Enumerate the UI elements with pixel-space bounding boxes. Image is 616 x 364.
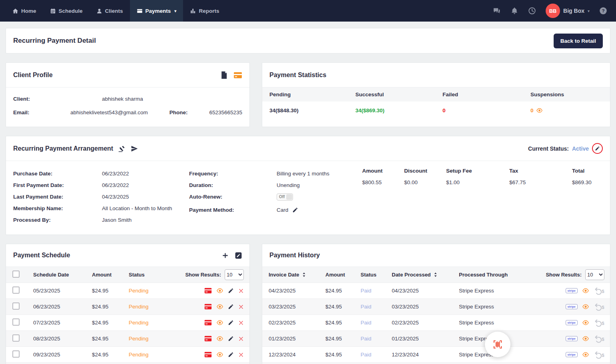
gavel-icon[interactable] [118,145,126,152]
schedule-status: Pending [129,352,177,358]
history-row: 02/23/2025$24.95Paid02/23/2025Stripe Exp… [262,314,610,330]
row-checkbox[interactable] [12,286,20,294]
delete-icon[interactable] [238,320,244,326]
row-checkbox[interactable] [12,302,20,310]
history-col-amount: Amount [325,272,361,278]
sort-date-processed-icon[interactable] [434,272,437,277]
schedule-row: 05/23/2025$24.95Pending [6,282,249,298]
view-icon[interactable] [216,288,223,293]
view-icon[interactable] [582,320,589,325]
schedule-col-amount: Amount [92,272,129,278]
row-checkbox[interactable] [12,318,20,326]
arrangement-field: Membership Name:All Location - Month to … [13,203,189,214]
arrangement-card: Recurring Payment Arrangement Current St… [6,136,610,235]
view-icon[interactable] [582,352,589,357]
select-all-checkbox[interactable] [12,271,20,278]
stats-suspensions-value: 0 [530,107,534,113]
charge-card-icon[interactable] [204,352,212,358]
charge-card-icon[interactable] [204,288,212,294]
view-icon[interactable] [216,336,223,341]
refund-icon[interactable]: $ [594,287,604,295]
invoice-date: 03/23/2025 [269,304,325,310]
current-status-value[interactable]: Active [572,145,589,152]
view-icon[interactable] [216,304,223,309]
payment-schedule-card: Payment Schedule Schedule Date Amount St… [6,244,250,364]
notifications-bell-icon[interactable] [510,7,518,15]
send-icon[interactable] [131,145,138,152]
pricing-discount: $0.00 [404,179,446,185]
edit-status-icon[interactable] [592,143,603,154]
toggle-knob [286,194,292,200]
nav-item-schedule[interactable]: Schedule [43,0,90,22]
schedule-amount: $24.95 [92,288,129,294]
date-processed: 02/23/2025 [392,320,459,326]
edit-icon[interactable] [228,352,234,358]
delete-icon[interactable] [238,352,244,358]
refund-icon[interactable]: $ [594,303,604,311]
refund-icon[interactable]: $ [594,335,604,343]
view-icon[interactable] [582,336,589,341]
edit-payment-method-icon[interactable] [292,207,298,213]
refund-icon[interactable]: $ [594,351,604,359]
refund-icon[interactable]: $ [594,319,604,327]
back-to-retail-button[interactable]: Back to Retail [554,34,603,48]
schedule-amount: $24.95 [92,336,129,342]
payment-method-label: Payment Method: [189,207,277,213]
stats-failed-value: 0 [443,107,530,113]
view-icon[interactable] [216,352,223,357]
nav-item-payments[interactable]: Payments ▾ [130,0,183,22]
barcode-scan-button[interactable] [485,332,510,357]
client-card-icon[interactable] [233,72,242,79]
schedule-date: 06/23/2025 [33,304,92,310]
processed-through: Stripe Express [459,288,539,294]
duration-value: Unending [277,182,300,188]
frequency-value: Billing every 1 months [277,171,329,177]
client-notes-icon[interactable] [221,71,227,79]
show-results-label: Show Results: [185,272,221,278]
charge-card-icon[interactable] [204,320,212,326]
messages-icon[interactable] [493,7,501,15]
email-label: Email: [13,109,70,115]
user-menu[interactable]: BB Big Box ▾ [546,4,590,18]
bulk-edit-icon[interactable] [235,252,242,259]
charge-card-icon[interactable] [204,336,212,342]
delete-icon[interactable] [238,288,244,294]
nav-item-reports[interactable]: Reports [183,0,226,22]
history-col-date-processed: Date Processed [392,272,431,278]
top-navbar: Home Schedule Clients Payments ▾ Reports… [0,0,616,22]
view-icon[interactable] [582,288,589,293]
history-col-processed-through: Processed Through [459,272,539,278]
phone-value: 65235665235 [209,109,242,115]
pricing-header-discount: Discount [404,168,446,174]
edit-icon[interactable] [228,336,234,342]
row-checkbox[interactable] [12,350,20,358]
history-amount: $24.95 [325,320,361,326]
delete-icon[interactable] [238,336,244,342]
auto-renew-toggle[interactable]: Off [277,193,293,201]
view-icon[interactable] [216,320,223,325]
clock-icon[interactable] [528,7,536,15]
nav-item-clients[interactable]: Clients [90,0,130,22]
help-icon[interactable]: ? [599,7,607,15]
pricing-header-amount: Amount [362,168,404,174]
edit-icon[interactable] [228,304,234,310]
payment-history-card: Payment History Invoice Date Amount Stat… [262,244,610,364]
edit-icon[interactable] [228,288,234,294]
history-show-results-select[interactable]: 10 [585,269,604,280]
nav-item-home[interactable]: Home [6,0,43,22]
schedule-show-results-select[interactable]: 10 [225,269,244,280]
row-checkbox[interactable] [12,334,20,342]
view-suspensions-eye-icon[interactable] [536,108,543,113]
view-icon[interactable] [582,304,589,309]
delete-icon[interactable] [238,304,244,310]
history-amount: $24.95 [325,288,361,294]
charge-card-icon[interactable] [204,304,212,310]
svg-text:$: $ [602,305,604,310]
pricing-total: $869.30 [572,179,603,185]
add-schedule-icon[interactable] [222,252,229,259]
edit-icon[interactable] [228,320,234,326]
sort-invoice-date-icon[interactable] [302,272,306,277]
pricing-header-total: Total [572,168,603,174]
svg-text:$: $ [602,353,604,358]
payment-schedule-title: Payment Schedule [13,252,70,259]
